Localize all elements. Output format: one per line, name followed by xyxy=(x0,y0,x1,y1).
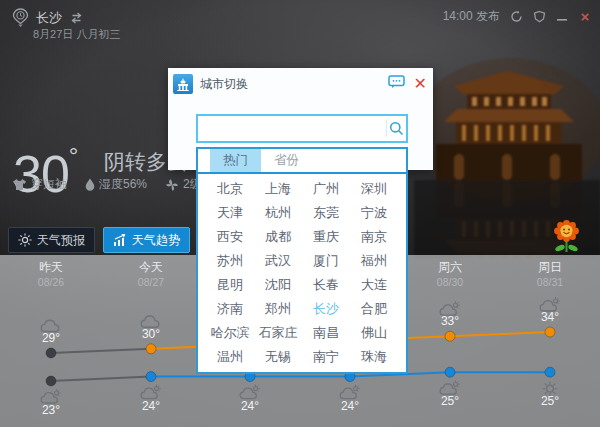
tab-provinces[interactable]: 省份 xyxy=(261,149,312,172)
shirt-icon xyxy=(12,178,27,191)
city-item[interactable]: 重庆 xyxy=(302,225,350,249)
city-item[interactable]: 宁波 xyxy=(350,201,398,225)
city-item[interactable]: 苏州 xyxy=(206,249,254,273)
feedback-icon[interactable] xyxy=(388,75,405,93)
dialog-close-icon[interactable]: ✕ xyxy=(414,77,427,91)
city-dropdown-panel: 热门 省份 北京上海广州深圳天津杭州东莞宁波西安成都重庆南京苏州武汉厦门福州昆明… xyxy=(196,147,408,374)
tab-hot-cities[interactable]: 热门 xyxy=(210,149,261,172)
city-item[interactable]: 厦门 xyxy=(302,249,350,273)
dialog-title: 城市切换 xyxy=(200,76,248,93)
city-item[interactable]: 昆明 xyxy=(206,273,254,297)
city-item[interactable]: 成都 xyxy=(254,225,302,249)
city-item[interactable]: 杭州 xyxy=(254,201,302,225)
city-item[interactable]: 上海 xyxy=(254,177,302,201)
city-item-selected[interactable]: 长沙 xyxy=(302,297,350,321)
humidity-icon xyxy=(85,178,95,191)
city-item[interactable]: 佛山 xyxy=(350,321,398,345)
refresh-icon[interactable] xyxy=(509,10,523,24)
city-search-input[interactable] xyxy=(198,116,386,141)
city-item[interactable]: 福州 xyxy=(350,249,398,273)
city-dialog-icon xyxy=(173,74,193,94)
skin-icon[interactable] xyxy=(532,10,546,24)
tab-weather-forecast[interactable]: 天气预报 xyxy=(8,227,95,253)
city-item[interactable]: 南昌 xyxy=(302,321,350,345)
city-item[interactable]: 东莞 xyxy=(302,201,350,225)
trend-icon xyxy=(113,234,127,247)
dialog-titlebar: 城市切换 xyxy=(173,74,248,94)
humidity-tip: 湿度56% xyxy=(85,176,147,193)
city-item[interactable]: 郑州 xyxy=(254,297,302,321)
city-item[interactable]: 沈阳 xyxy=(254,273,302,297)
city-item[interactable]: 武汉 xyxy=(254,249,302,273)
search-icon[interactable] xyxy=(387,116,406,141)
city-item[interactable]: 珠海 xyxy=(350,345,398,369)
city-item[interactable]: 济南 xyxy=(206,297,254,321)
city-item[interactable]: 哈尔滨 xyxy=(206,321,254,345)
flower-mascot-icon[interactable] xyxy=(551,219,582,254)
weather-app-window: 长沙 8月27日 八月初三 14:00 发布 × 30° 阴转多云 穿短袖 湿度… xyxy=(0,0,600,427)
city-item[interactable]: 合肥 xyxy=(350,297,398,321)
city-item[interactable]: 长春 xyxy=(302,273,350,297)
current-location[interactable]: 长沙 xyxy=(36,9,62,27)
dress-tip: 穿短袖 xyxy=(12,176,67,193)
city-item[interactable]: 西安 xyxy=(206,225,254,249)
publish-time-label: 14:00 发布 xyxy=(443,8,500,25)
city-item[interactable]: 大连 xyxy=(350,273,398,297)
city-item[interactable]: 北京 xyxy=(206,177,254,201)
tab-weather-trend[interactable]: 天气趋势 xyxy=(103,227,190,253)
city-category-tabs: 热门 省份 xyxy=(198,149,406,174)
city-grid: 北京上海广州深圳天津杭州东莞宁波西安成都重庆南京苏州武汉厦门福州昆明沈阳长春大连… xyxy=(198,174,406,369)
city-search-box xyxy=(196,114,408,143)
city-item[interactable]: 深圳 xyxy=(350,177,398,201)
date-lunar-label: 8月27日 八月初三 xyxy=(33,27,120,42)
city-item[interactable]: 广州 xyxy=(302,177,350,201)
minimize-icon[interactable] xyxy=(555,10,569,24)
city-item[interactable]: 天津 xyxy=(206,201,254,225)
city-item[interactable]: 南宁 xyxy=(302,345,350,369)
city-item[interactable]: 南京 xyxy=(350,225,398,249)
city-item[interactable]: 温州 xyxy=(206,345,254,369)
switch-city-icon[interactable] xyxy=(69,12,84,24)
sun-icon xyxy=(18,233,32,247)
location-pin-icon xyxy=(12,8,29,28)
city-item[interactable]: 无锡 xyxy=(254,345,302,369)
city-item[interactable]: 石家庄 xyxy=(254,321,302,345)
wind-icon xyxy=(165,178,179,192)
close-icon[interactable]: × xyxy=(578,10,592,24)
